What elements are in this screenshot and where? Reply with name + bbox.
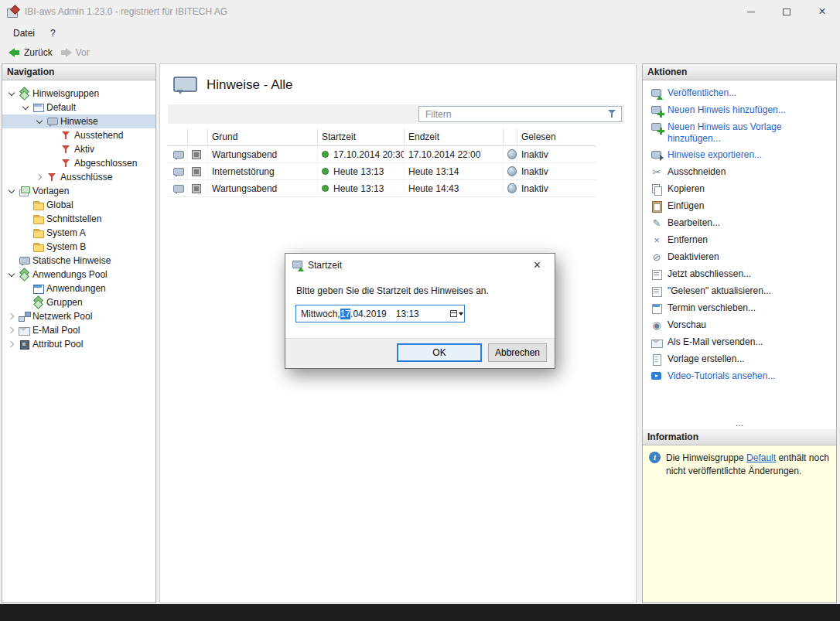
picker-time[interactable]: 13:13 xyxy=(396,309,419,319)
datetime-picker[interactable]: Mittwoch , 17.04.201913:13 xyxy=(295,305,465,322)
chevron-expanded-icon[interactable] xyxy=(19,101,32,114)
application-icon xyxy=(192,184,201,193)
chevron-expanded-icon[interactable] xyxy=(5,268,18,281)
tree-item-netzwerk-pool[interactable]: Netzwerk Pool xyxy=(2,309,155,323)
tree-item-aktiv[interactable]: Aktiv xyxy=(2,142,155,156)
tree-item-system-b[interactable]: System B xyxy=(2,240,155,254)
forward-button[interactable]: Vor xyxy=(59,46,96,60)
action-send-email[interactable]: Als E-Mail versenden... xyxy=(649,334,831,351)
tree-item-email-pool[interactable]: E-Mail Pool xyxy=(2,323,155,337)
tree-item-system-a[interactable]: System A xyxy=(2,226,155,240)
chevron-expanded-icon[interactable] xyxy=(33,115,46,128)
cancel-button[interactable]: Abbrechen xyxy=(488,343,547,362)
action-deactivate[interactable]: ⊘ Deaktivieren xyxy=(649,249,831,266)
chevron-placeholder xyxy=(19,296,32,309)
tree-item-global[interactable]: Global xyxy=(2,198,155,212)
row-type-cell xyxy=(168,163,188,179)
chevron-collapsed-icon[interactable] xyxy=(5,338,18,350)
tree-item-ausschluesse[interactable]: Ausschlüsse xyxy=(2,170,155,184)
action-cut[interactable]: ✂ Ausschneiden xyxy=(649,164,831,181)
action-finish-now[interactable]: Jetzt abschliessen... xyxy=(649,266,831,283)
tree-item-abgeschlossen[interactable]: Abgeschlossen xyxy=(2,156,155,170)
col-startzeit[interactable]: Startzeit xyxy=(318,128,405,145)
action-label: Als E-Mail versenden... xyxy=(668,336,830,348)
minimize-button[interactable] xyxy=(733,0,769,23)
window-title: IBI-aws Admin 1.23.0 - registriert für I… xyxy=(25,6,227,17)
chevron-collapsed-icon[interactable] xyxy=(5,310,18,322)
table-row[interactable]: Wartungsabend Heute 13:13 Heute 14:43 In… xyxy=(168,180,596,197)
minimize-icon xyxy=(747,12,755,12)
picker-day-selected[interactable]: 17 xyxy=(340,309,350,319)
close-button[interactable]: × xyxy=(804,0,840,23)
picker-dropdown-button[interactable] xyxy=(449,305,464,322)
tree-item-default[interactable]: Default xyxy=(2,101,155,114)
chevron-collapsed-icon[interactable] xyxy=(33,171,46,183)
startzeit-text: Heute 13:13 xyxy=(333,166,384,177)
tree-item-hinweise[interactable]: Hinweise xyxy=(2,114,155,128)
toolbar: Zurück Vor xyxy=(0,43,840,63)
hinweise-icon xyxy=(172,75,197,95)
action-preview[interactable]: ◉ Vorschau xyxy=(649,317,831,334)
table-row[interactable]: Wartungsabend 17.10.2014 20:30 17.10.201… xyxy=(168,146,596,163)
tree-item-anwendungs-pool[interactable]: Anwendungs Pool xyxy=(2,268,155,281)
action-create-template[interactable]: Vorlage erstellen... xyxy=(649,351,831,368)
chevron-down-icon xyxy=(459,312,463,316)
menu-help[interactable]: ? xyxy=(43,25,63,42)
folder-icon xyxy=(32,213,44,225)
back-button[interactable]: Zurück xyxy=(7,46,59,60)
tree-item-label: Hinweisgruppen xyxy=(32,88,99,99)
action-remove[interactable]: × Entfernen xyxy=(649,232,831,249)
gelesen-status-icon xyxy=(507,166,517,176)
tree-item-schnittstellen[interactable]: Schnittstellen xyxy=(2,212,155,226)
endzeit-cell: Heute 13:14 xyxy=(405,163,504,179)
ok-button[interactable]: OK xyxy=(397,343,482,362)
action-publish[interactable]: Veröffentlichen... xyxy=(649,85,831,102)
tree-item-statische-hinweise[interactable]: Statische Hinweise xyxy=(2,254,155,268)
action-update-gelesen[interactable]: "Gelesen" aktualisieren... xyxy=(649,283,831,300)
chevron-expanded-icon[interactable] xyxy=(5,185,18,197)
forward-arrow-icon xyxy=(60,48,72,57)
action-edit[interactable]: ✎ Bearbeiten... xyxy=(649,215,831,232)
col-gelesen[interactable]: Gelesen xyxy=(517,128,596,145)
col-grund[interactable]: Grund xyxy=(208,128,318,145)
action-add-hinweis[interactable]: Neuen Hinweis hinzufügen... xyxy=(649,102,831,119)
info-default-link[interactable]: Default xyxy=(746,452,776,463)
tree-item-hinweisgruppen[interactable]: Hinweisgruppen xyxy=(2,87,155,101)
maximize-button[interactable] xyxy=(769,0,804,23)
action-label: "Gelesen" aktualisieren... xyxy=(668,285,830,297)
dialog-close-button[interactable]: × xyxy=(520,254,555,276)
tree-item-anwendungen[interactable]: Anwendungen xyxy=(2,281,155,295)
gelesen-cell: Inaktiv xyxy=(517,146,596,162)
col-endzeit[interactable]: Endzeit xyxy=(405,128,504,145)
row-app-cell xyxy=(188,146,208,162)
actions-overflow[interactable]: ... xyxy=(643,418,836,428)
table-row[interactable]: Internetstörung Heute 13:13 Heute 13:14 … xyxy=(168,163,596,180)
chevron-collapsed-icon[interactable] xyxy=(5,324,18,336)
attribute-icon xyxy=(18,338,30,350)
tree-item-label: Attribut Pool xyxy=(32,339,83,350)
picker-date-rest[interactable]: .04.2019 xyxy=(350,309,387,319)
remove-icon: × xyxy=(650,234,663,247)
picker-weekday[interactable]: Mittwoch xyxy=(301,309,337,319)
chevron-expanded-icon[interactable] xyxy=(5,87,18,100)
action-paste[interactable]: Einfügen xyxy=(649,198,831,215)
status-cell xyxy=(504,163,517,179)
active-dot-icon xyxy=(322,185,329,192)
tree-item-vorlagen[interactable]: Vorlagen xyxy=(2,184,155,198)
tree-item-attribut-pool[interactable]: Attribut Pool xyxy=(2,337,155,351)
close-icon: × xyxy=(534,258,541,272)
chevron-placeholder xyxy=(19,282,32,295)
tree-item-label: Abgeschlossen xyxy=(74,158,137,169)
information-header: Information xyxy=(643,429,836,445)
forward-label: Vor xyxy=(76,47,90,58)
menu-datei[interactable]: Datei xyxy=(5,25,43,42)
filter-input[interactable] xyxy=(418,106,622,122)
action-export[interactable]: Hinweise exportieren... xyxy=(649,147,831,164)
action-copy[interactable]: Kopieren xyxy=(649,181,831,198)
action-reschedule[interactable]: Termin verschieben... xyxy=(649,300,831,317)
action-add-from-template[interactable]: Neuen Hinweis aus Vorlage hinzufügen... xyxy=(649,119,831,147)
filter-funnel-icon[interactable] xyxy=(608,110,617,118)
tree-item-gruppen[interactable]: Gruppen xyxy=(2,295,155,309)
action-video-tutorials[interactable]: Video-Tutorials ansehen... xyxy=(649,368,831,385)
tree-item-ausstehend[interactable]: Ausstehend xyxy=(2,128,155,142)
